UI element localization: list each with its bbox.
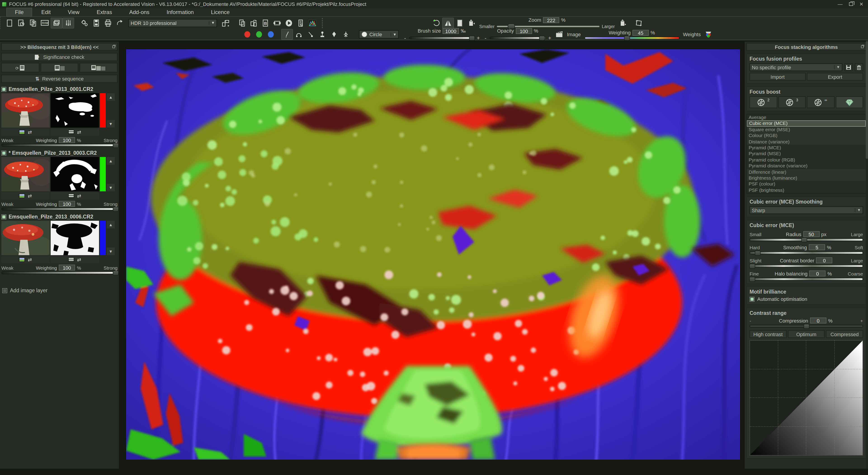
radius-slider[interactable] — [749, 238, 863, 241]
swap-image-icon[interactable]: ⇄ — [28, 194, 32, 198]
reverse-sequence-button[interactable]: ⇅ Reverse sequence — [1, 75, 118, 83]
layer1-move-down-button[interactable]: ▼ — [107, 120, 115, 127]
pin-icon[interactable] — [112, 45, 116, 49]
image-mask-view-button[interactable] — [40, 63, 78, 72]
menu-view[interactable]: View — [60, 8, 88, 16]
run-button[interactable] — [283, 18, 295, 28]
duplicate-button[interactable] — [27, 18, 39, 28]
boost-squared-button[interactable]: 2 — [749, 96, 777, 108]
layer2-filename[interactable]: * Emsquellen_Pilze_2013_0003.CR2 — [8, 150, 97, 156]
contrast-border-slider[interactable] — [749, 265, 863, 267]
weights-view-button[interactable] — [703, 29, 714, 40]
layer2-photo-thumbnail[interactable] — [1, 157, 50, 191]
refresh-single-view-button[interactable]: ⟳ — [1, 63, 39, 72]
layer1-move-up-button[interactable]: ▲ — [107, 93, 115, 101]
layer2-weighting-slider[interactable] — [1, 208, 118, 210]
layer1-visible-checkbox[interactable] — [1, 87, 6, 92]
menu-licence[interactable]: Licence — [203, 8, 238, 16]
algorithm-item-square-error[interactable]: Square error (MSE) — [747, 127, 866, 133]
algorithm-item-cubic-error[interactable]: Cubic error (MCE) — [747, 121, 866, 127]
layer2-weighting-value[interactable]: 100 — [59, 201, 75, 207]
mode-dropdown[interactable]: HDR 10 professional ▼ — [128, 19, 217, 27]
layer1-mask-thumbnail[interactable] — [51, 93, 99, 127]
layer3-filename[interactable]: Emsquellen_Pilze_2013_0006.CR2 — [8, 214, 93, 219]
save-button[interactable] — [90, 18, 102, 28]
eraser-tool-button[interactable] — [328, 29, 340, 40]
pin-icon[interactable] — [861, 45, 864, 49]
layer1-filename[interactable]: Emsquellen_Pilze_2013_0001.CR2 — [8, 86, 93, 92]
boost-cubed-button[interactable]: 3 — [778, 96, 806, 108]
algorithm-item-psf-brightness[interactable]: PSF (brightness) — [747, 187, 866, 193]
algorithm-item-distance-variance[interactable]: Distance (variance) — [747, 139, 866, 145]
reset-view-button[interactable] — [430, 18, 442, 28]
batch-button[interactable]: B — [259, 18, 271, 28]
mirror-button[interactable] — [442, 18, 454, 28]
image-preview-button[interactable] — [553, 29, 565, 40]
rotate-canvas-button[interactable] — [633, 18, 645, 28]
crop-button[interactable] — [271, 18, 283, 28]
sequence-panel-header[interactable]: >> Bildsequenz mit 3 Bild(ern) << — [1, 43, 118, 51]
pattern-tool-button[interactable] — [340, 29, 352, 40]
rotate-images-button[interactable] — [248, 18, 259, 28]
layer2-move-down-button[interactable]: ▼ — [107, 184, 115, 191]
menu-information[interactable]: Information — [158, 8, 202, 16]
layer2-mask-thumbnail[interactable] — [51, 157, 99, 191]
zoom-slider[interactable] — [497, 26, 599, 27]
brush-size-minus[interactable]: - — [403, 35, 407, 41]
swap-mask-icon[interactable]: ⇄ — [77, 258, 81, 262]
halo-balancing-value[interactable]: 0 — [809, 270, 826, 276]
brushes-button[interactable] — [62, 18, 74, 28]
weighting-slider[interactable] — [584, 36, 679, 39]
contrast-border-value[interactable]: 0 — [816, 258, 833, 263]
add-layer-checkbox[interactable] — [2, 288, 7, 293]
algorithm-item-psf-colour[interactable]: PSF (colour) — [747, 181, 866, 187]
boost-diamond-button[interactable] — [836, 96, 863, 108]
histogram-button[interactable] — [307, 18, 318, 28]
layer3-move-down-button[interactable]: ▼ — [107, 247, 115, 255]
dual-pair-view-button[interactable] — [80, 63, 118, 72]
fit-width-button[interactable] — [617, 18, 628, 28]
restore-button[interactable] — [849, 2, 853, 6]
red-mask-button[interactable] — [241, 29, 253, 40]
algorithms-panel-header[interactable]: Focus stacking algorithms — [746, 43, 866, 51]
layer3-visible-checkbox[interactable] — [1, 214, 6, 219]
algorithm-item-colour-rgb[interactable]: Colour (RGB) — [747, 132, 866, 139]
blank-view-button[interactable] — [454, 18, 466, 28]
add-image-layer-row[interactable]: Add image layer — [1, 286, 118, 295]
print-button[interactable] — [102, 18, 114, 28]
algorithm-item-pyramid-colour[interactable]: Pyramid colour (RGB) — [747, 157, 866, 163]
radius-value[interactable]: 50 — [803, 231, 819, 237]
stamp-tool-button[interactable] — [316, 29, 328, 40]
algorithm-item-pyramid-distance[interactable]: Pyramid distance (variance) — [747, 163, 866, 169]
needle-tool-button[interactable] — [305, 29, 316, 40]
layer3-weighting-slider[interactable] — [1, 271, 118, 274]
menu-file[interactable]: File — [6, 8, 32, 17]
measure-button[interactable] — [295, 18, 307, 28]
right-scrollbar[interactable] — [866, 40, 868, 469]
swap-image-icon[interactable]: ⇄ — [28, 130, 32, 135]
green-mask-button[interactable] — [253, 29, 265, 40]
brush-size-slider[interactable] — [409, 36, 474, 39]
copy-images-button[interactable] — [236, 18, 248, 28]
optimum-button[interactable]: Optimum — [788, 330, 825, 338]
swap-image-icon[interactable]: ⇄ — [28, 258, 32, 262]
image-canvas[interactable] — [126, 49, 740, 459]
algorithm-item-brightness-luminance[interactable]: Brightness (luminance) — [747, 175, 866, 181]
opacity-minus[interactable]: - — [484, 35, 487, 41]
export-processing-button[interactable] — [220, 18, 231, 28]
smoothing-dropdown[interactable]: Sharp ▼ — [749, 206, 863, 214]
smoothing-value[interactable]: 5 — [809, 244, 825, 250]
boost-infinity-button[interactable]: ∞ — [807, 96, 834, 108]
menu-extras[interactable]: Extras — [89, 8, 120, 16]
minimize-button[interactable]: — — [838, 2, 843, 6]
layer1-weighting-value[interactable]: 100 — [59, 137, 75, 143]
algorithm-item-difference-linear[interactable]: Difference (linear) — [747, 169, 866, 175]
smoothing-slider[interactable] — [749, 251, 863, 254]
menu-addons[interactable]: Add-ons — [121, 8, 158, 16]
open-recent-button[interactable] — [16, 18, 27, 28]
close-button[interactable]: ✕ — [860, 2, 864, 6]
layer3-weighting-value[interactable]: 100 — [59, 265, 75, 270]
layer1-weighting-slider[interactable] — [1, 144, 118, 147]
significance-check-button[interactable]: ? Significance check — [1, 53, 118, 61]
layer2-visible-checkbox[interactable] — [1, 150, 6, 155]
